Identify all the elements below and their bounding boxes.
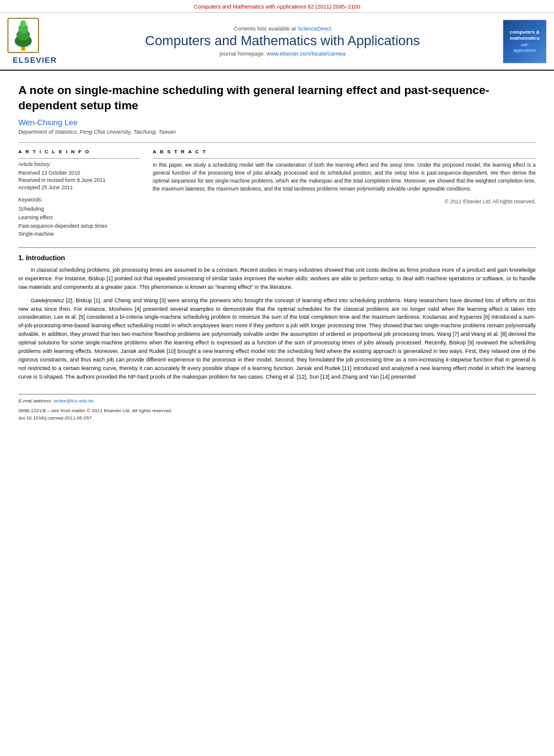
header-center-block: Contents lists available at ScienceDirec…: [68, 26, 497, 56]
journal-citation: Computers and Mathematics with Applicati…: [194, 4, 360, 10]
abstract-label: A B S T R A C T: [153, 149, 536, 154]
homepage-line: journal homepage: www.elsevier.com/locat…: [68, 51, 497, 57]
sciencedirect-line: Contents lists available at ScienceDirec…: [68, 26, 497, 32]
section1-title: 1. Introduction: [18, 254, 536, 261]
title-divider: [18, 142, 536, 143]
elsevier-logo: ELSEVIER: [7, 18, 62, 65]
doi-footnote: doi:10.1016/j.camwa.2011.06.057: [18, 415, 536, 422]
email-address[interactable]: wclee@fcu.edu.tw.: [54, 398, 95, 404]
abstract-text: In this paper, we study a scheduling mod…: [153, 161, 536, 192]
copyright-text: © 2011 Elsevier Ltd. All rights reserved…: [153, 198, 536, 205]
accepted-date: Accepted 25 June 2011: [18, 184, 140, 191]
keyword-1: Scheduling: [18, 205, 140, 214]
elsevier-tree-icon: [7, 18, 39, 53]
affiliation: Department of Statistics, Feng Chia Univ…: [18, 129, 536, 135]
section1-para-1: In classical scheduling problems, job pr…: [18, 266, 536, 292]
keyword-4: Single-machine: [18, 230, 140, 239]
journal-thumbnail: computers & mathematics with application…: [503, 20, 547, 64]
email-footnote: E-mail address: wclee@fcu.edu.tw.: [18, 398, 536, 405]
article-history-label: Article history:: [18, 161, 140, 167]
keyword-3: Past-sequence-dependent setup times: [18, 222, 140, 231]
article-info-label: A R T I C L E I N F O: [18, 149, 140, 154]
paper-title: A note on single-machine scheduling with…: [18, 83, 536, 113]
section-divider: [18, 247, 536, 248]
top-journal-bar: Computers and Mathematics with Applicati…: [0, 0, 554, 13]
homepage-link[interactable]: www.elsevier.com/locate/camwa: [267, 51, 346, 57]
section1-para-2: Gawiejnowicz [2], Biskup [1], and Cheng …: [18, 297, 536, 382]
author-name: Wen-Chiung Lee: [18, 118, 536, 127]
footnote-area: E-mail address: wclee@fcu.edu.tw. 0898-1…: [18, 394, 536, 422]
journal-header: ELSEVIER Contents lists available at Sci…: [0, 13, 554, 71]
revised-date: Received in revised form 8 June 2011: [18, 177, 140, 183]
journal-title-header: Computers and Mathematics with Applicati…: [68, 33, 497, 49]
sciencedirect-link[interactable]: ScienceDirect: [297, 26, 332, 32]
copyright-footnote: 0898-1221/$ – see front matter © 2011 El…: [18, 407, 536, 415]
svg-point-4: [20, 20, 26, 27]
article-info-column: A R T I C L E I N F O Article history: R…: [18, 149, 140, 238]
elsevier-name-text: ELSEVIER: [7, 56, 62, 65]
keyword-2: Learning effect: [18, 214, 140, 222]
received-date: Received 13 October 2010: [18, 170, 140, 176]
info-divider: [18, 158, 140, 159]
abstract-column: A B S T R A C T In this paper, we study …: [153, 149, 536, 238]
keywords-label: Keywords:: [18, 197, 140, 203]
abstract-divider: [153, 158, 536, 159]
